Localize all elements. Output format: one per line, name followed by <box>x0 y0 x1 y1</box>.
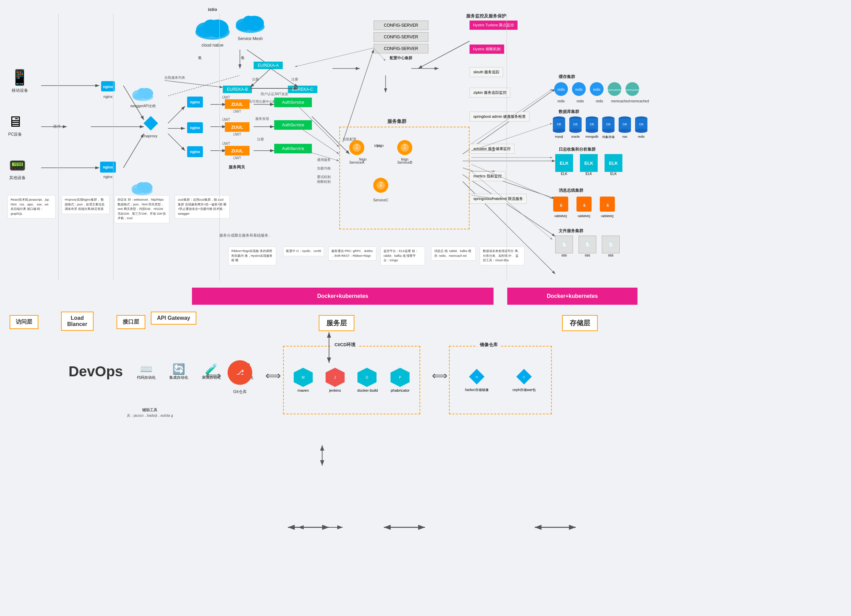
interface-layer-box: 接口层 <box>117 315 145 329</box>
ceph-icon: C <box>515 368 533 385</box>
istio-section: istio cloud native <box>192 7 233 48</box>
nginx-mid-icon-2: nginx <box>186 121 204 134</box>
service-layer-border: 服务层 <box>319 315 354 331</box>
swagger-node: swaggerAPI文档 <box>130 84 156 109</box>
elk-icon-2: ELK <box>580 154 598 172</box>
svg-line-48 <box>250 69 271 87</box>
redis-3: redis <box>589 81 604 98</box>
sleuth-box: sleuth 服务追踪 <box>469 67 503 77</box>
log-cluster-label: 日志收集和分析集群 <box>559 147 596 152</box>
code-auto: ⌨️ 代码自动化 <box>137 363 156 380</box>
eureka-a: EUREKA-A <box>254 61 283 69</box>
zuul-mid-box: ZUUL <box>225 122 250 132</box>
redis-2: redis <box>571 81 586 98</box>
hystrix-fuse-box: Hystrix 熔断机制 <box>469 45 504 54</box>
tupin-label: tupin <box>374 144 382 148</box>
service-mesh-section: Service Mesh <box>233 10 267 41</box>
storage-layer-label: 存储层 <box>570 319 590 327</box>
double-arrow-left: ⟺ <box>206 369 221 382</box>
svg-text:/JWT: /JWT <box>222 142 230 145</box>
db-oracle-icon: DB <box>568 116 583 133</box>
config-info-box: 配置中 O：Apollo、confd <box>283 247 324 256</box>
redis-icon-3: redis <box>589 81 604 97</box>
maven-icon: M <box>294 368 313 387</box>
haproxy-node: haproxy <box>142 115 159 138</box>
config-server-1: CONFIG-SERVER <box>374 21 429 30</box>
pc-icon: 🖥 <box>8 113 23 130</box>
db-mysql-icon: DB <box>552 116 566 133</box>
service-cluster-label: 服务集群 <box>387 118 406 124</box>
springboot-admin-box: springboot admin 健康服务检查 <box>469 112 529 121</box>
svg-point-107 <box>586 129 598 133</box>
hystrix-turbine-box: Hystrix Turbine 聚点监控 <box>469 21 517 30</box>
api-gateway-label: API Gateway <box>157 315 190 321</box>
svg-text:redis: redis <box>575 88 583 91</box>
ratelimit-box: springcloud ratelimit 限流服务 <box>469 194 527 204</box>
redis-icon-1: redis <box>553 81 568 97</box>
divider-4 <box>507 14 507 281</box>
svg-point-70 <box>137 88 147 96</box>
interface-layer-label: 接口层 <box>123 319 139 325</box>
db-object-icon: DB <box>601 116 615 133</box>
auth-bottom-box: AuthService <box>274 144 312 153</box>
cache-nodes-row: redis redis redis memcached memcached <box>553 81 640 98</box>
svg-line-25 <box>463 175 555 236</box>
config-server-section: CONFIG-SERVER CONFIG-SERVER CONFIG-SERVE… <box>374 21 429 61</box>
elk-3: ELK ELK <box>604 154 622 176</box>
svg-text:nginx: nginx <box>103 165 113 169</box>
svg-text:nginx: nginx <box>190 100 200 104</box>
svg-rect-60 <box>144 116 158 130</box>
lb-layer-box: LoadBlancer <box>61 312 93 331</box>
svg-text:🐇: 🐇 <box>559 203 563 207</box>
config-server-3: CONFIG-SERVER <box>374 44 429 53</box>
db-mongodb: DB mongodb <box>585 116 599 139</box>
svg-line-147 <box>471 171 552 240</box>
gateway-label: 服务网关 <box>221 164 252 170</box>
feign-3: feign <box>401 157 409 161</box>
svg-text:/JWT: /JWT <box>222 96 230 99</box>
svg-line-7 <box>123 133 144 168</box>
svg-text:DB: DB <box>623 123 627 126</box>
image-repo-label: 镜像仓库 <box>477 342 501 348</box>
jwt-bottom-label: /JWT <box>225 156 250 160</box>
svg-text:memcached: memcached <box>625 88 640 91</box>
mobile-icon: 📱 <box>10 69 29 86</box>
svg-line-49 <box>271 69 298 87</box>
cicd-nodes: M maven J jenkins D docker-build P phabr… <box>284 346 419 414</box>
mq-info-box: 消息总 线: rabbit、kafka 缓 存: redis、memcach e… <box>431 247 476 261</box>
pc-label: PC设备 <box>8 132 23 137</box>
other-icon: 📟 <box>9 157 26 174</box>
svg-text:DB: DB <box>557 123 561 126</box>
docker-build-icon: D <box>358 368 377 387</box>
service-mesh-icon <box>233 10 267 34</box>
svg-text:⚙: ⚙ <box>380 181 382 184</box>
cicd-label: CI/CD环境 <box>332 342 358 348</box>
harbor-node: H harbor存储镜像 <box>465 368 489 393</box>
service-c-node: ⚙ ⚙ ServiceC <box>370 175 391 202</box>
svg-text:⚙: ⚙ <box>355 146 358 150</box>
svg-text:DB: DB <box>590 123 594 126</box>
api-gateway-box: API Gateway <box>151 312 196 325</box>
svg-line-146 <box>471 164 552 199</box>
memcached-1: memcached <box>607 81 622 98</box>
interface-info-box: 协议支 持：websorcet、http/https 数据格式：json、htm… <box>114 195 169 223</box>
db-redis-icon: DB <box>634 116 648 133</box>
svg-text:⎇: ⎇ <box>236 369 244 376</box>
request-label: 请求 <box>53 124 61 129</box>
storage-layer-box: 存储层 <box>562 315 598 331</box>
access-layer-label: 访问层 <box>16 319 32 325</box>
rabbitmq-1: 🐇 rabbitMQ <box>552 195 570 218</box>
oss-3: 📄 oss <box>602 235 619 257</box>
zuul-bottom-box: ZUUL <box>225 146 250 156</box>
access-layer-box: 访问层 <box>10 315 38 329</box>
other-label: 其他设备 <box>9 175 26 181</box>
phabricator-icon: P <box>390 368 410 387</box>
svg-text:⚙: ⚙ <box>403 146 406 150</box>
svg-line-148 <box>295 48 374 67</box>
elk-nodes-row: ELK ELK ELK ELK ELK ELK <box>555 154 622 176</box>
haproxy-label: haproxy <box>142 134 159 138</box>
zuul-info-box: zuul集群：运营zuul集群，能 zuul集群 实现服务网关+统一鉴权+熔 断… <box>175 195 230 219</box>
swagger-label: swaggerAPI文档 <box>130 104 156 109</box>
svg-text:H: H <box>476 375 478 379</box>
other-device: 📟 其他设备 <box>9 157 26 181</box>
